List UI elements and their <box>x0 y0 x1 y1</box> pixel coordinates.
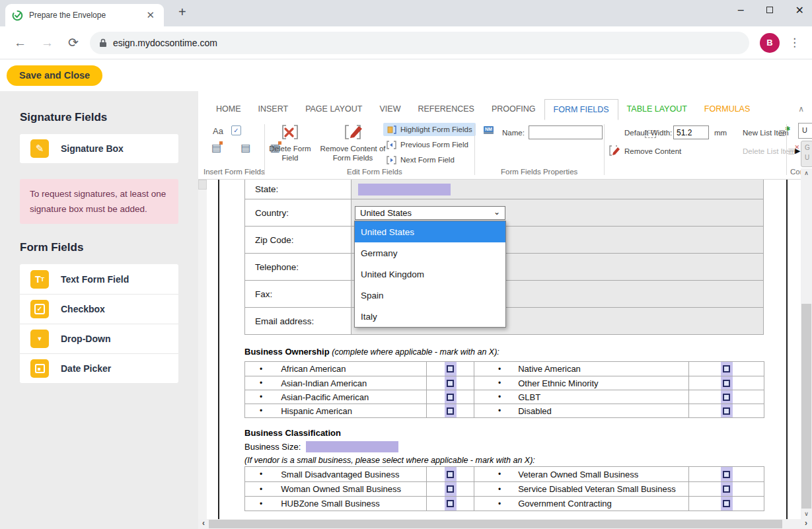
window-minimize-icon[interactable]: – <box>738 7 744 13</box>
ribbon-tab-view[interactable]: VIEW <box>371 99 410 120</box>
bullet-icon: • <box>498 406 501 415</box>
window-maximize-icon[interactable] <box>766 7 773 13</box>
new-tab-button[interactable]: + <box>173 2 192 22</box>
checkbox-form-field[interactable] <box>723 380 730 387</box>
checkbox-cell <box>427 497 474 511</box>
sidebar-item-text-form-field[interactable]: TTText Form Field <box>20 264 178 294</box>
browser-tab[interactable]: Prepare the Envelope ✕ <box>5 4 164 26</box>
checkbox-cell <box>689 390 764 404</box>
bullet-icon: • <box>260 378 262 388</box>
browser-menu-icon[interactable]: ⋮ <box>784 36 805 50</box>
sidebar-item-drop-down[interactable]: ▼Drop-Down <box>20 324 178 353</box>
state-text-form-field[interactable] <box>358 184 451 195</box>
dropdown-option-united-kingdom[interactable]: United Kingdom <box>355 264 505 285</box>
collapse-ribbon-icon[interactable]: ∧ <box>798 104 804 114</box>
field-highlight <box>445 497 457 511</box>
checkbox-form-field[interactable] <box>447 471 454 478</box>
scroll-up-icon[interactable]: ∧ <box>801 168 812 178</box>
url-text: esign.mydocsontime.com <box>113 38 217 48</box>
next-form-field-button[interactable]: Next Form Field <box>383 153 458 166</box>
scroll-left-icon[interactable]: ‹ <box>199 519 208 529</box>
checkbox-form-field[interactable] <box>447 500 454 507</box>
checkbox-form-field[interactable] <box>447 485 454 493</box>
new-list-item-button[interactable]: New List Item <box>743 129 789 137</box>
horizontal-scrollbar[interactable]: ‹ › <box>198 519 812 529</box>
window-close-icon[interactable]: ✕ <box>795 4 804 17</box>
tab-close-icon[interactable]: ✕ <box>143 9 157 21</box>
next-form-field-icon <box>387 156 396 164</box>
default-width-input[interactable] <box>673 125 709 139</box>
checkbox-form-field[interactable] <box>447 407 454 415</box>
sidebar-item-date-picker[interactable]: Date Picker <box>20 353 178 383</box>
gutter-corner <box>198 180 207 190</box>
ribbon-tab-references[interactable]: REFERENCES <box>409 99 482 120</box>
remove-content-of-form-fields-button[interactable]: Remove Content of Form Fields <box>317 123 388 163</box>
country-select[interactable]: United States⌄ <box>355 206 505 220</box>
delete-form-field-button[interactable]: Delete Form Field <box>267 123 313 163</box>
combo-expand-arrow-icon[interactable]: ▶ <box>795 147 800 155</box>
option-label: GLBT <box>518 392 540 402</box>
calendar-icon <box>30 359 49 378</box>
dropdown-option-germany[interactable]: Germany <box>355 242 505 264</box>
field-value-cell <box>351 180 763 199</box>
edit-group-label: Edit Form Fields <box>347 168 402 176</box>
ribbon-tab-proofing[interactable]: PROOFING <box>483 99 544 120</box>
back-icon[interactable]: ← <box>7 36 34 50</box>
ribbon-tab-home[interactable]: HOME <box>207 99 250 120</box>
default-width-label: Default Width: <box>624 129 672 137</box>
business-size-row: Business Size: <box>244 441 398 452</box>
field-highlight <box>721 362 733 376</box>
checkbox-form-field[interactable] <box>723 500 730 507</box>
option-label: Asian-Pacific American <box>281 392 369 402</box>
insert-list-form-field-icon[interactable]: ▤ <box>211 142 221 153</box>
field-highlight <box>445 482 457 496</box>
business-size-form-field[interactable] <box>306 441 398 452</box>
ribbon-tab-page-layout[interactable]: PAGE LAYOUT <box>297 99 371 120</box>
sidebar-item-signature-box[interactable]: ✎ Signature Box <box>20 134 178 163</box>
option-label: Asian-Indian American <box>281 378 367 388</box>
dropdown-option-italy[interactable]: Italy <box>355 306 505 327</box>
checkbox-form-field[interactable] <box>723 407 730 415</box>
checkbox-form-field[interactable] <box>447 380 454 387</box>
scroll-right-icon[interactable]: › <box>801 519 811 529</box>
checkbox-form-field[interactable] <box>723 394 730 401</box>
horizontal-scroll-thumb[interactable] <box>209 520 782 528</box>
combo-list-cutoff-item[interactable]: U <box>798 123 812 139</box>
dropdown-option-spain[interactable]: Spain <box>355 285 505 306</box>
ribbon-tab-formulas[interactable]: FORMULAS <box>696 99 758 120</box>
checkbox-cell <box>689 362 764 376</box>
field-highlight <box>445 376 457 390</box>
dropdown-option-united-states[interactable]: United States <box>355 221 505 242</box>
bullet-icon: • <box>260 485 262 494</box>
bullet-icon: • <box>498 470 501 479</box>
checkbox-form-field[interactable] <box>723 485 730 493</box>
field-label: Fax: <box>245 281 351 307</box>
save-and-close-button[interactable]: Save and Close <box>7 65 102 86</box>
text-form-field-insert-button[interactable]: Aa <box>213 126 223 136</box>
previous-form-field-button[interactable]: Previous Form Field <box>383 138 472 151</box>
ribbon-tab-insert[interactable]: INSERT <box>250 99 297 120</box>
checkbox-form-field[interactable] <box>447 394 454 401</box>
checkbox-insert-button[interactable]: ✓ <box>231 125 241 135</box>
name-input[interactable] <box>529 125 603 139</box>
ribbon-tab-form-fields[interactable]: FORM FIELDS <box>544 99 618 120</box>
highlight-form-fields-icon <box>387 125 396 134</box>
vertical-scrollbar[interactable]: ∧ ∨ <box>801 168 812 519</box>
reload-icon[interactable]: ⟳ <box>61 35 86 50</box>
highlight-form-fields-button[interactable]: Highlight Form Fields <box>383 123 476 136</box>
insert-list-form-field-2-icon[interactable]: ▤ <box>240 142 250 153</box>
profile-avatar[interactable]: B <box>760 33 780 53</box>
checkbox-form-field[interactable] <box>723 471 730 478</box>
url-bar[interactable]: esign.mydocsontime.com <box>90 32 749 54</box>
text-form-field-icon: TT <box>30 270 49 289</box>
option-label-cell: •HUBZone Small Business <box>245 497 427 511</box>
checkbox-cell <box>427 362 474 376</box>
option-label: Government Contracting <box>518 499 612 509</box>
vertical-scroll-thumb[interactable] <box>801 304 811 509</box>
checkbox-form-field[interactable] <box>447 365 454 372</box>
remove-content-button[interactable]: Remove Content <box>624 147 681 155</box>
checkbox-form-field[interactable] <box>723 365 730 372</box>
ribbon-tab-table-layout[interactable]: TABLE LAYOUT <box>618 99 696 120</box>
scroll-down-icon[interactable]: ∨ <box>801 509 812 519</box>
sidebar-item-checkbox[interactable]: ✓Checkbox <box>20 294 178 324</box>
